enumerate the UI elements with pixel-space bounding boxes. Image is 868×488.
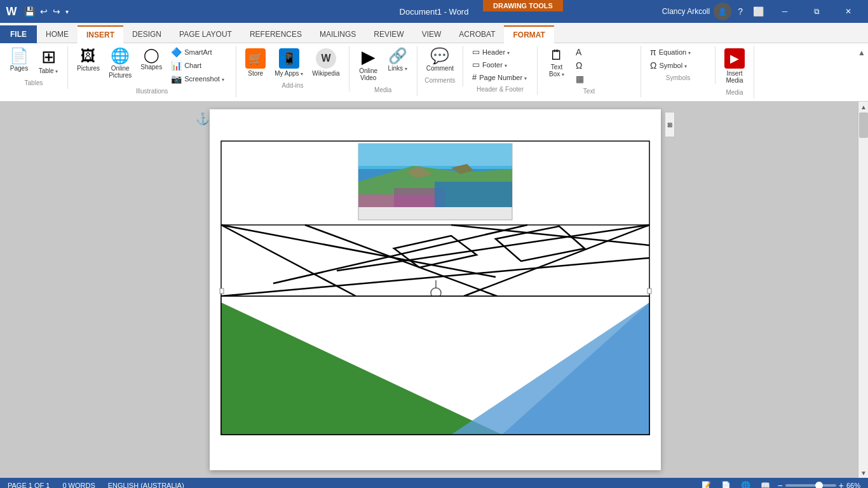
online-pictures-label: OnlinePictures [109,65,132,79]
print-layout-button[interactable]: 📄 [719,480,733,488]
group-tables: 📄 Pages ⊞ Table ▾ Tables [0,46,68,89]
user-avatar[interactable]: 👤 [714,3,731,20]
screenshot-label: Screenshot ▾ [184,75,224,83]
insert-media-group-label: Media [721,88,749,96]
text-option1-button[interactable]: A [572,46,635,58]
restore-button[interactable]: ⧉ [802,0,831,23]
chart-button[interactable]: 📊 Chart [167,59,231,72]
status-bar: PAGE 1 OF 1 0 WORDS ENGLISH (AUSTRALIA) … [0,478,868,488]
symbol-label: Symbol ▾ [660,62,688,69]
tab-design[interactable]: DESIGN [123,25,170,43]
minimize-button[interactable]: ─ [770,0,799,23]
footer-button[interactable]: ▭ Footer ▾ [468,58,532,71]
online-video-button[interactable]: ▶ OnlineVideo [355,46,383,84]
tab-file[interactable]: FILE [0,25,37,43]
store-icon: 🛒 [245,48,266,69]
myapps-label: My Apps ▾ [275,70,303,77]
tab-format[interactable]: FORMAT [504,25,553,43]
header-label: Header ▾ [482,48,510,56]
wikipedia-button[interactable]: W Wikipedia [308,46,343,79]
ribbon-tabs: FILE HOME INSERT DESIGN PAGE LAYOUT REFE… [0,23,868,43]
page-thumbnail[interactable]: ⊞ [665,112,675,137]
scroll-down-button[interactable]: ▼ [858,468,868,478]
myapps-icon: 📱 [279,48,299,69]
tab-references[interactable]: REFERENCES [241,25,311,43]
symbols-group-label: Symbols [646,73,710,81]
header-button[interactable]: ▭ Header ▾ [468,46,532,58]
tab-acrobat[interactable]: ACROBAT [450,25,504,43]
pictures-button[interactable]: 🖼 Pictures [73,46,104,74]
links-button[interactable]: 🔗 Links ▾ [384,46,412,74]
doc-page[interactable]: ⚓ [210,109,661,470]
links-label: Links ▾ [388,65,407,72]
help-button[interactable]: ? [734,6,747,17]
scroll-up-button[interactable]: ▲ [858,102,868,112]
table-button[interactable]: ⊞ Table ▾ [34,46,62,77]
equation-button[interactable]: π Equation ▾ [646,46,710,58]
tab-review[interactable]: REVIEW [365,25,412,43]
title-bar-left: W 💾 ↩ ↪ ▾ [5,5,70,18]
text-option1-icon: A [576,47,581,57]
page-number-button[interactable]: # Page Number ▾ [468,71,532,83]
pages-button[interactable]: 📄 Pages [5,46,33,74]
wikipedia-label: Wikipedia [312,70,339,77]
shapes-button[interactable]: ◯ Shapes [137,46,166,73]
smartart-label: SmartArt [184,48,212,56]
save-button[interactable]: 💾 [23,5,36,18]
footer-label: Footer ▾ [482,61,507,69]
smartart-button[interactable]: 🔷 SmartArt [167,46,231,58]
drawing-canvas[interactable] [210,109,661,470]
store-button[interactable]: 🛒 Store [241,46,269,79]
quick-access-toolbar: 💾 ↩ ↪ ▾ [23,5,70,18]
store-label: Store [248,70,263,77]
symbols-col: π Equation ▾ Ω Symbol ▾ [646,46,710,72]
read-mode-button[interactable]: 📖 [758,480,773,488]
group-illustrations: 🖼 Pictures 🌐 OnlinePictures ◯ Shapes 🔷 S… [68,46,236,97]
close-button[interactable]: ✕ [834,0,863,23]
text-option2-button[interactable]: Ω [572,59,635,72]
tab-insert[interactable]: INSERT [78,25,123,43]
footer-icon: ▭ [472,60,480,69]
comment-button[interactable]: 💬 Comment [423,46,458,74]
text-col: A Ω ▦ [572,46,635,85]
ribbon-collapse-button[interactable]: ▲ [858,48,865,57]
myapps-button[interactable]: 📱 My Apps ▾ [271,46,307,79]
tab-home[interactable]: HOME [37,25,78,43]
tab-page-layout[interactable]: PAGE LAYOUT [170,25,241,43]
text-box-label: TextBox ▾ [549,64,564,78]
zoom-out-button[interactable]: − [778,480,783,488]
zoom-thumb[interactable] [815,482,823,488]
customize-quick-access-button[interactable]: ▾ [64,7,70,17]
scrollbar-thumb[interactable] [859,112,868,138]
tab-view[interactable]: VIEW [413,25,451,43]
comment-label: Comment [426,65,454,72]
vertical-scrollbar[interactable]: ▲ ▼ [858,102,868,478]
doc-container[interactable]: ⚓ [13,102,858,478]
symbol-button[interactable]: Ω Symbol ▾ [646,59,710,72]
status-bar-right: 📝 📄 🌐 📖 − + 66% [699,480,860,488]
tab-mailings[interactable]: MAILINGS [311,25,365,43]
web-layout-button[interactable]: 🌐 [738,480,753,488]
online-pictures-button[interactable]: 🌐 OnlinePictures [105,46,135,81]
notes-view-button[interactable]: 📝 [699,480,714,488]
document-title: Document1 - Word [400,7,469,17]
text-option3-button[interactable]: ▦ [572,72,635,85]
table-label: Table ▾ [39,67,58,74]
text-box-button[interactable]: 🗒 TextBox ▾ [543,46,571,80]
title-bar: W 💾 ↩ ↪ ▾ DRAWING TOOLS Document1 - Word… [0,0,868,23]
ribbon-display-button[interactable]: ⬜ [749,6,768,17]
redo-button[interactable]: ↪ [51,5,62,18]
text-box-icon: 🗒 [550,48,564,62]
zoom-track[interactable] [785,484,836,487]
scrollbar-track[interactable] [858,112,868,468]
screenshot-button[interactable]: 📷 Screenshot ▾ [167,72,231,85]
chart-label: Chart [184,62,201,69]
ribbon-content: 📄 Pages ⊞ Table ▾ Tables 🖼 Pictures 🌐 [0,43,868,101]
user-name: Clancy Arkcoll [662,7,710,16]
svg-rect-8 [358,144,512,166]
undo-button[interactable]: ↩ [39,5,49,18]
insert-media-items: ▶ InsertMedia [721,46,749,88]
word-logo-icon[interactable]: W [5,5,18,18]
insert-media-button[interactable]: ▶ InsertMedia [721,46,749,86]
zoom-in-button[interactable]: + [839,480,844,488]
